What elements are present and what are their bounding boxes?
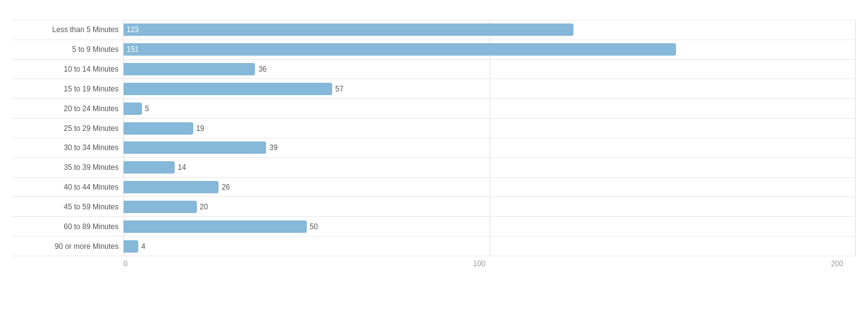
bar-label: 20 to 24 Minutes xyxy=(12,104,123,113)
bar-fill xyxy=(123,240,138,253)
bar-value: 4 xyxy=(141,242,146,251)
bar-wrapper: 36 xyxy=(123,62,856,77)
x-tick: 200 xyxy=(831,259,843,268)
bar-wrapper: 151 xyxy=(123,42,856,57)
bar-fill xyxy=(123,181,219,193)
bars-section: Less than 5 Minutes1235 to 9 Minutes1511… xyxy=(12,20,856,256)
bar-value: 36 xyxy=(258,65,266,73)
bar-value: 39 xyxy=(269,143,277,152)
bar-row: 90 or more Minutes4 xyxy=(12,237,856,256)
chart-area: Less than 5 Minutes1235 to 9 Minutes1511… xyxy=(12,20,856,275)
bar-wrapper: 19 xyxy=(123,120,856,136)
bar-row: 10 to 14 Minutes36 xyxy=(12,60,856,80)
bar-label: 30 to 34 Minutes xyxy=(12,143,123,152)
bar-fill xyxy=(123,103,142,115)
bar-value: 19 xyxy=(196,124,204,133)
bar-row: 30 to 34 Minutes39 xyxy=(12,138,856,158)
bar-wrapper: 4 xyxy=(123,238,856,254)
bar-fill xyxy=(123,83,332,95)
bar-fill: 123 xyxy=(123,23,574,36)
bar-value: 50 xyxy=(310,222,318,231)
bar-wrapper: 50 xyxy=(123,219,856,234)
bar-value: 123 xyxy=(127,25,139,34)
bar-value: 5 xyxy=(145,104,149,113)
bar-label: Less than 5 Minutes xyxy=(12,25,123,34)
bar-fill xyxy=(123,122,193,135)
bar-fill xyxy=(123,63,255,75)
bar-wrapper: 5 xyxy=(123,101,856,116)
x-tick: 0 xyxy=(123,259,128,268)
bar-wrapper: 14 xyxy=(123,160,856,175)
bar-label: 40 to 44 Minutes xyxy=(12,183,123,191)
bar-row: Less than 5 Minutes123 xyxy=(12,20,856,40)
bar-label: 25 to 29 Minutes xyxy=(12,124,123,133)
bar-value: 151 xyxy=(127,45,139,54)
bar-row: 15 to 19 Minutes57 xyxy=(12,79,856,99)
bar-row: 25 to 29 Minutes19 xyxy=(12,119,856,138)
bar-value: 26 xyxy=(222,183,230,191)
bar-label: 5 to 9 Minutes xyxy=(12,45,123,54)
chart-container: Less than 5 Minutes1235 to 9 Minutes1511… xyxy=(0,0,868,323)
x-axis: 0100200 xyxy=(123,256,856,275)
bar-value: 20 xyxy=(200,203,208,211)
bar-row: 5 to 9 Minutes151 xyxy=(12,40,856,60)
bar-fill xyxy=(123,141,266,154)
bar-fill xyxy=(123,201,197,213)
bar-row: 20 to 24 Minutes5 xyxy=(12,99,856,119)
bar-value: 14 xyxy=(178,163,186,172)
bar-row: 40 to 44 Minutes26 xyxy=(12,178,856,198)
bar-fill xyxy=(123,220,307,233)
bar-label: 15 to 19 Minutes xyxy=(12,85,123,93)
bar-label: 45 to 59 Minutes xyxy=(12,203,123,211)
bar-wrapper: 123 xyxy=(123,22,856,38)
x-tick: 100 xyxy=(473,259,485,268)
bar-label: 35 to 39 Minutes xyxy=(12,163,123,172)
bar-row: 60 to 89 Minutes50 xyxy=(12,217,856,237)
bar-fill xyxy=(123,161,175,174)
bar-wrapper: 39 xyxy=(123,140,856,156)
bar-wrapper: 57 xyxy=(123,81,856,96)
bar-wrapper: 26 xyxy=(123,180,856,195)
bar-fill: 151 xyxy=(123,43,676,56)
bar-wrapper: 20 xyxy=(123,199,856,214)
bar-row: 45 to 59 Minutes20 xyxy=(12,197,856,217)
bar-value: 57 xyxy=(335,85,343,93)
bar-label: 90 or more Minutes xyxy=(12,242,123,251)
bar-label: 60 to 89 Minutes xyxy=(12,222,123,231)
bar-row: 35 to 39 Minutes14 xyxy=(12,158,856,178)
bar-label: 10 to 14 Minutes xyxy=(12,65,123,73)
